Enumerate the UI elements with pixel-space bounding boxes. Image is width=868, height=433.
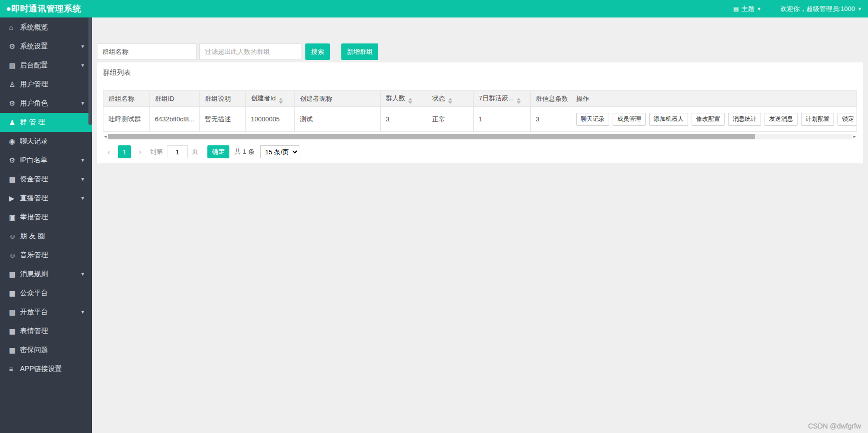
clipboard-icon: ▤ xyxy=(9,270,20,278)
horizontal-scrollbar: ◂ ▸ xyxy=(103,133,857,139)
layers-icon: ≡ xyxy=(9,365,20,373)
image-icon: ▦ xyxy=(9,327,20,335)
clipboard-icon: ▤ xyxy=(9,308,20,316)
scrollbar-track[interactable] xyxy=(108,134,852,139)
goto-prefix-label: 到第 xyxy=(150,147,163,156)
sort-icon[interactable] xyxy=(448,98,452,104)
app-title: ●即时通讯管理系统 xyxy=(6,3,81,14)
member-filter-input[interactable] xyxy=(199,43,301,60)
sidebar-item-open-platform[interactable]: ▤ 开放平台 ▼ xyxy=(0,303,92,322)
sidebar-item-system-settings[interactable]: ⚙ 系统设置 ▼ xyxy=(0,37,92,56)
scroll-left-icon[interactable]: ◂ xyxy=(103,134,108,139)
sort-icon[interactable] xyxy=(408,98,412,104)
cell-status: 正常 xyxy=(427,107,474,132)
modify-config-button[interactable]: 修改配置 xyxy=(692,113,725,126)
col-status[interactable]: 状态 xyxy=(427,91,474,107)
plan-config-button[interactable]: 计划配置 xyxy=(801,113,834,126)
sidebar-item-group-management[interactable]: ♟ 群 管 理 xyxy=(0,113,92,132)
clipboard-icon: ▤ xyxy=(9,175,20,183)
chevron-down-icon: ▼ xyxy=(80,196,85,201)
col-member-count[interactable]: 群人数 xyxy=(381,91,427,107)
gear-icon: ⚙ xyxy=(9,156,20,164)
col-creator-id[interactable]: 创建者Id xyxy=(246,91,295,107)
sidebar-item-user-roles[interactable]: ⚙ 用户角色 ▼ xyxy=(0,94,92,113)
cell-group-desc: 暂无描述 xyxy=(200,107,246,132)
group-name-input[interactable] xyxy=(97,43,197,60)
sidebar-item-system-overview[interactable]: ⌂ 系统概览 xyxy=(0,18,92,37)
home-icon: ⌂ xyxy=(9,23,20,31)
sidebar-item-music-management[interactable]: ☺ 音乐管理 xyxy=(0,246,92,265)
sidebar-item-message-rules[interactable]: ▤ 消息规则 ▼ xyxy=(0,265,92,284)
user-icon: ♙ xyxy=(9,80,20,88)
sidebar-item-chat-records[interactable]: ◉ 聊天记录 xyxy=(0,132,92,151)
sidebar-item-live-management[interactable]: ▶ 直播管理 ▼ xyxy=(0,189,92,208)
sort-icon[interactable] xyxy=(279,98,283,104)
confirm-button[interactable]: 确定 xyxy=(207,145,229,158)
video-icon: ▶ xyxy=(9,194,20,202)
sidebar-item-ip-whitelist[interactable]: ⚙ IP白名单 ▼ xyxy=(0,151,92,170)
cell-group-name: 哇呼测试群 xyxy=(103,107,150,132)
sidebar-item-public-platform[interactable]: ▦ 公众平台 xyxy=(0,284,92,303)
sidebar-item-report-management[interactable]: ▣ 举报管理 xyxy=(0,208,92,227)
sidebar-item-backend-config[interactable]: ▤ 后台配置 ▼ xyxy=(0,56,92,75)
message-stats-button[interactable]: 消息统计 xyxy=(728,113,761,126)
sidebar-item-user-management[interactable]: ♙ 用户管理 xyxy=(0,75,92,94)
theme-menu[interactable]: ▤ 主题 ▼ xyxy=(733,4,761,13)
send-message-button[interactable]: 发送消息 xyxy=(765,113,798,126)
group-icon: ♟ xyxy=(9,118,20,126)
col-activity-7d[interactable]: 7日群活跃... xyxy=(474,91,531,107)
chat-records-button[interactable]: 聊天记录 xyxy=(576,113,609,126)
user-menu[interactable]: 欢迎你，超级管理员:1000 ▼ xyxy=(781,4,862,13)
sidebar-item-moments[interactable]: ☺ 朋 友 圈 xyxy=(0,227,92,246)
col-group-id: 群组ID xyxy=(150,91,200,107)
chevron-down-icon: ▼ xyxy=(80,101,85,106)
pagination: ‹ 1 › 到第 页 确定 共 1 条 15 条/页 xyxy=(103,145,857,158)
col-message-count: 群信息条数 xyxy=(531,91,571,107)
scrollbar-thumb[interactable] xyxy=(108,134,755,139)
watermark: CSDN @dwfgrfw xyxy=(808,422,861,430)
group-table: 群组名称 群组ID 群组说明 创建者Id 创建者昵称 群人数 状态 7日群活跃.… xyxy=(103,90,857,132)
sort-icon[interactable] xyxy=(517,98,521,104)
page-size-select[interactable]: 15 条/页 xyxy=(260,145,299,158)
sidebar-scrollbar[interactable] xyxy=(88,17,92,125)
search-button[interactable]: 搜索 xyxy=(305,43,330,60)
theme-icon: ▤ xyxy=(733,5,739,12)
gear-icon: ⚙ xyxy=(9,42,20,50)
add-robot-button[interactable]: 添加机器人 xyxy=(649,113,688,126)
sidebar-item-funds-management[interactable]: ▤ 资金管理 ▼ xyxy=(0,170,92,189)
chevron-down-icon: ▼ xyxy=(80,177,85,182)
app-header: ●即时通讯管理系统 ▤ 主题 ▼ 欢迎你，超级管理员:1000 ▼ xyxy=(0,0,868,17)
cell-actions: 聊天记录 成员管理 添加机器人 修改配置 消息统计 发送消息 计划配置 锁定 删… xyxy=(571,107,857,132)
col-creator-nickname: 创建者昵称 xyxy=(295,91,381,107)
member-management-button[interactable]: 成员管理 xyxy=(613,113,646,126)
lock-button[interactable]: 锁定 xyxy=(838,113,857,126)
chevron-down-icon: ▼ xyxy=(80,272,85,277)
table-header-row: 群组名称 群组ID 群组说明 创建者Id 创建者昵称 群人数 状态 7日群活跃.… xyxy=(103,91,857,107)
current-page-button[interactable]: 1 xyxy=(118,145,131,158)
cell-group-id: 6432bff0cf8... xyxy=(150,107,200,132)
smiley-icon: ☺ xyxy=(9,251,20,259)
clipboard-icon: ▤ xyxy=(9,61,20,69)
image-icon: ▦ xyxy=(9,346,20,354)
scroll-right-icon[interactable]: ▸ xyxy=(852,134,857,139)
chat-icon: ◉ xyxy=(9,137,20,145)
cell-member-count: 3 xyxy=(381,107,427,132)
chevron-down-icon: ▼ xyxy=(858,6,862,11)
prev-page-button[interactable]: ‹ xyxy=(103,147,115,157)
sidebar-item-security-questions[interactable]: ▦ 密保问题 xyxy=(0,341,92,360)
image-icon: ▦ xyxy=(9,289,20,297)
col-group-desc: 群组说明 xyxy=(200,91,246,107)
chevron-down-icon: ▼ xyxy=(80,158,85,163)
next-page-button[interactable]: › xyxy=(134,147,146,157)
list-title: 群组列表 xyxy=(103,68,857,77)
cell-message-count: 3 xyxy=(531,107,571,132)
goto-suffix-label: 页 xyxy=(192,147,198,156)
theme-label: 主题 xyxy=(742,4,755,13)
col-group-name: 群组名称 xyxy=(103,91,150,107)
add-group-button[interactable]: 新增群组 xyxy=(341,43,378,60)
sidebar-item-emoji-management[interactable]: ▦ 表情管理 xyxy=(0,322,92,341)
sidebar-item-app-link-settings[interactable]: ≡ APP链接设置 xyxy=(0,360,92,379)
col-actions: 操作 xyxy=(571,91,857,107)
goto-page-input[interactable] xyxy=(167,145,188,158)
gear-icon: ⚙ xyxy=(9,99,20,107)
